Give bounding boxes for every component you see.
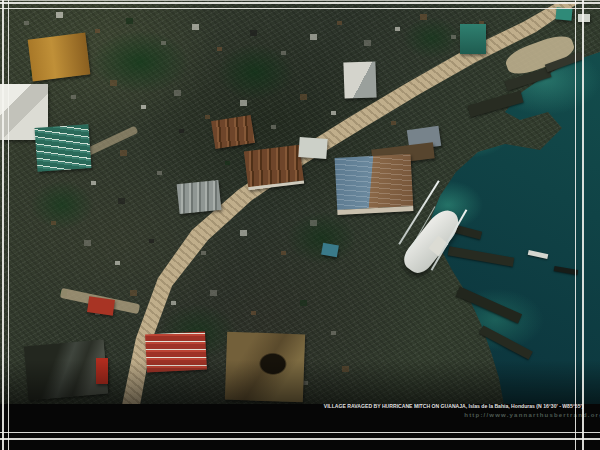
photo-white-shed [578,14,590,22]
caption-url: http://www.yannarthusbertrand.org [464,412,600,419]
photo-rusty-house [244,145,304,191]
photo-teal-house [556,7,573,20]
frame-left-inner-line [8,0,9,450]
frame-top-inner-line [0,8,600,9]
photo-building-ochre-roof [28,33,91,82]
caption-bar [0,404,600,450]
photo-red-shack [87,296,115,315]
photo-red-wall-fragment [96,358,108,384]
frame-right-inner-line [575,0,576,450]
frame-left-outer-line [2,0,4,450]
photo-blue-shack [321,243,339,258]
photo-olive-damaged-house [225,332,305,403]
photo-teal-house [460,24,486,54]
photo-white-shed [298,137,327,159]
caption-title: VILLAGE RAVAGED BY HURRICANE MITCH ON GU… [323,404,583,410]
photo-white-house [343,61,376,98]
photo-harbor-warehouse [335,154,414,215]
photo-teal-shed [35,124,92,172]
frame-right-outer-line [582,0,584,450]
photo-gray-house [177,180,222,214]
photo-red-roof-house [145,331,207,372]
wallpaper-root: VILLAGE RAVAGED BY HURRICANE MITCH ON GU… [0,0,600,450]
frame-bottom-outer-line [0,438,600,440]
frame-top-edge-line [0,0,600,1]
frame-bottom-inner-line [0,432,600,433]
frame-top-outer-line [0,2,600,4]
